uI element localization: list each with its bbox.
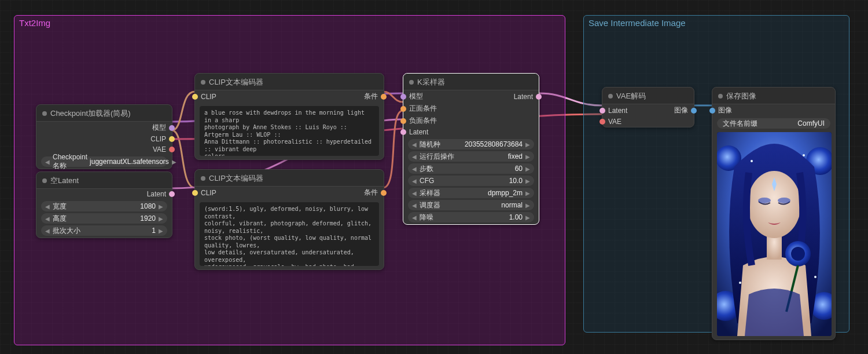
node-clip-text-encode-negative[interactable]: CLIP文本编码器 CLIP 条件 (sword:1.5), ugly, def… — [194, 169, 384, 270]
widget-label: 高度 — [50, 214, 140, 224]
widget-height[interactable]: ◀ 高度 1920 ▶ — [41, 213, 167, 224]
port-image-out[interactable] — [691, 108, 697, 114]
svg-point-14 — [814, 276, 816, 278]
port-cond-out[interactable] — [381, 190, 387, 196]
arrow-right-icon[interactable]: ▶ — [525, 141, 531, 148]
arrow-left-icon[interactable]: ◀ — [411, 178, 417, 184]
node-vae-decode[interactable]: VAE解码 Latent 图像 VAE — [602, 87, 694, 127]
collapse-dot-icon[interactable] — [608, 94, 613, 98]
input-positive: 正面条件 — [409, 104, 437, 114]
widget-value: fixed — [508, 152, 525, 160]
port-model-in[interactable] — [400, 94, 406, 100]
arrow-right-icon[interactable]: ▶ — [525, 154, 531, 160]
widget-label: CFG — [417, 177, 509, 185]
widget-cfg[interactable]: ◀CFG10.0▶ — [408, 176, 534, 186]
port-vae-out[interactable] — [169, 147, 175, 152]
arrow-left-icon[interactable]: ◀ — [45, 159, 50, 165]
node-ksampler[interactable]: K采样器 模型 Latent 正面条件 负面条件 Latent ◀随机种2035… — [403, 73, 539, 225]
group-label: Save Intermediate Image — [589, 18, 686, 28]
node-title[interactable]: 保存图像 — [712, 87, 835, 104]
node-empty-latent[interactable]: 空Latent Latent ◀ 宽度 1080 ▶ ◀ 高度 1920 ▶ ◀… — [36, 171, 172, 238]
input-clip: CLIP — [201, 93, 216, 101]
node-title[interactable]: CLIP文本编码器 — [195, 74, 384, 90]
arrow-left-icon[interactable]: ◀ — [411, 190, 417, 196]
port-latent-out[interactable] — [169, 191, 175, 197]
collapse-dot-icon[interactable] — [201, 80, 205, 85]
arrow-left-icon[interactable]: ◀ — [45, 203, 50, 210]
widget-steps[interactable]: ◀步数60▶ — [408, 163, 534, 174]
widget-filename-prefix[interactable]: 文件名前缀 ComfyUI — [717, 118, 830, 129]
collapse-dot-icon[interactable] — [201, 176, 205, 181]
title-text: K采样器 — [417, 77, 445, 87]
widget-value: dpmpp_2m — [488, 189, 525, 197]
port-clip-in[interactable] — [192, 94, 198, 100]
title-text: CLIP文本编码器 — [209, 173, 263, 184]
collapse-dot-icon[interactable] — [718, 94, 723, 98]
svg-point-13 — [739, 282, 741, 284]
node-title[interactable]: VAE解码 — [602, 87, 694, 104]
widget-label: 宽度 — [50, 202, 140, 211]
widget-control-after[interactable]: ◀运行后操作fixed▶ — [408, 151, 534, 162]
widget-value: ComfyUI — [797, 119, 827, 127]
widget-value: 1920 — [140, 214, 158, 222]
port-clip-out[interactable] — [169, 136, 175, 142]
node-title[interactable]: CLIP文本编码器 — [195, 170, 384, 187]
input-clip: CLIP — [201, 189, 216, 197]
port-latent-in[interactable] — [400, 129, 406, 135]
port-cond-out[interactable] — [381, 94, 387, 100]
collapse-dot-icon[interactable] — [42, 178, 47, 183]
widget-batch[interactable]: ◀ 批次大小 1 ▶ — [41, 225, 167, 236]
node-clip-text-encode-positive[interactable]: CLIP文本编码器 CLIP 条件 a blue rose with dewdr… — [194, 73, 384, 160]
node-title[interactable]: 空Latent — [36, 172, 172, 189]
arrow-left-icon[interactable]: ◀ — [411, 141, 417, 148]
prompt-text[interactable]: a blue rose with dewdrops in the morning… — [200, 106, 379, 156]
arrow-right-icon[interactable]: ▶ — [158, 203, 164, 210]
widget-value: 60 — [515, 165, 525, 173]
output-model: 模型 — [152, 123, 166, 133]
arrow-left-icon[interactable]: ◀ — [411, 214, 417, 221]
node-save-image[interactable]: 保存图像 图像 文件名前缀 ComfyUI — [712, 87, 836, 340]
arrow-right-icon[interactable]: ▶ — [525, 202, 531, 209]
port-latent-in[interactable] — [599, 108, 605, 114]
arrow-right-icon[interactable]: ▶ — [158, 228, 164, 234]
arrow-right-icon[interactable]: ▶ — [525, 166, 531, 172]
port-negative-in[interactable] — [400, 118, 406, 124]
output-vae: VAE — [153, 145, 166, 154]
widget-width[interactable]: ◀ 宽度 1080 ▶ — [41, 201, 167, 211]
port-latent-out[interactable] — [536, 94, 542, 100]
node-title[interactable]: K采样器 — [403, 74, 539, 90]
port-vae-in[interactable] — [599, 119, 605, 125]
negative-prompt-text[interactable]: (sword:1.5), ugly, deformed, noisy, blur… — [200, 202, 379, 266]
node-title[interactable]: Checkpoint加载器(简易) — [36, 105, 172, 122]
title-text: 空Latent — [50, 176, 79, 186]
arrow-left-icon[interactable]: ◀ — [411, 166, 417, 172]
widget-sampler[interactable]: ◀采样器dpmpp_2m▶ — [408, 188, 534, 198]
arrow-right-icon[interactable]: ▶ — [525, 214, 531, 221]
widget-denoise[interactable]: ◀降噪1.00▶ — [408, 212, 534, 222]
input-vae: VAE — [608, 118, 621, 126]
collapse-dot-icon[interactable] — [409, 80, 414, 85]
port-positive-in[interactable] — [400, 106, 406, 112]
arrow-left-icon[interactable]: ◀ — [411, 202, 417, 209]
widget-value: 10.0 — [509, 177, 525, 185]
arrow-left-icon[interactable]: ◀ — [45, 216, 50, 222]
arrow-right-icon[interactable]: ▶ — [525, 178, 531, 184]
widget-ckpt-name[interactable]: ◀ Checkpoint名称 juggernautXL.safetensors … — [41, 156, 167, 167]
widget-value: juggernautXL.safetensors — [90, 158, 171, 166]
arrow-right-icon[interactable]: ▶ — [158, 216, 164, 222]
widget-scheduler[interactable]: ◀调度器normal▶ — [408, 200, 534, 210]
port-clip-in[interactable] — [192, 190, 198, 196]
output-image: 图像 — [674, 105, 688, 115]
port-image-in[interactable] — [709, 108, 715, 114]
widget-seed[interactable]: ◀随机种203552808673684▶ — [408, 139, 534, 149]
image-preview[interactable] — [717, 132, 832, 336]
widget-label: 降噪 — [417, 213, 509, 222]
port-model-out[interactable] — [169, 125, 175, 131]
arrow-left-icon[interactable]: ◀ — [45, 228, 50, 234]
collapse-dot-icon[interactable] — [42, 111, 47, 116]
arrow-right-icon[interactable]: ▶ — [171, 159, 177, 165]
node-checkpoint-loader[interactable]: Checkpoint加载器(简易) 模型 CLIP VAE ◀ Checkpoi… — [36, 104, 172, 169]
arrow-left-icon[interactable]: ◀ — [411, 154, 417, 160]
svg-point-11 — [751, 160, 753, 162]
arrow-right-icon[interactable]: ▶ — [525, 190, 531, 196]
